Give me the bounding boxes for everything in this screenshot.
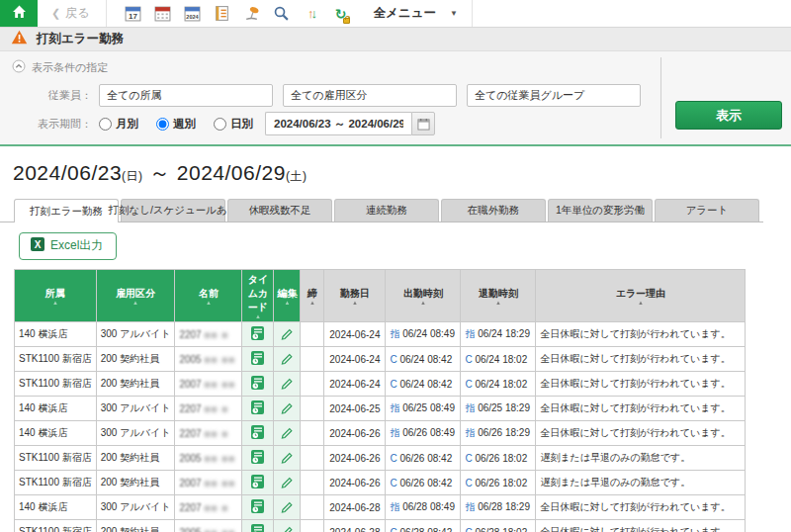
tab-1[interactable]: 打刻なし/スケジュールあり [121, 199, 225, 222]
employee-id: 2207 [179, 502, 201, 513]
edit-pencil-icon[interactable] [278, 376, 296, 390]
department-input[interactable] [99, 84, 273, 107]
yearly-calendar-icon[interactable]: 2024 [180, 2, 206, 26]
employee-name-redacted: ●● ● [204, 428, 228, 439]
column-header-9[interactable]: エラー理由▲ [536, 270, 746, 322]
timecard-icon[interactable] [246, 474, 269, 489]
cell-clock-in: 指 06/25 08:49 [386, 397, 461, 421]
edit-pencil-icon[interactable] [278, 499, 296, 513]
page-title-bar: 打刻エラー勤務 [0, 28, 791, 51]
back-label: 戻る [65, 5, 89, 22]
radio-daily-input[interactable] [214, 118, 226, 131]
radio-monthly[interactable]: 月別 [99, 117, 138, 132]
transfer-arrows-icon[interactable]: ↑↓ [299, 2, 324, 26]
column-header-2[interactable]: 名前▲ [175, 270, 242, 322]
notes-icon[interactable] [210, 2, 235, 26]
heading-start-dow: (日) [122, 169, 143, 183]
table-row: STK1100 新宿店200 契約社員2005 ●● ●●2024-06-26C… [15, 446, 746, 471]
cell-edit [274, 372, 301, 397]
edit-pencil-icon[interactable] [278, 425, 296, 439]
cell-error-reason: 全日休暇に対して打刻が行われています。 [536, 421, 746, 446]
cell-error-reason: 全日休暇に対して打刻が行われています。 [536, 372, 746, 397]
table-row: 140 横浜店300 アルバイト2207 ●● ●2024-06-28指 06/… [15, 495, 746, 520]
cell-department: 140 横浜店 [15, 421, 97, 446]
timecard-icon[interactable] [246, 350, 269, 366]
radio-monthly-input[interactable] [99, 118, 112, 131]
timecard-icon[interactable] [246, 325, 269, 341]
cell-employee-name: 2005 ●● ●● [175, 520, 242, 532]
excel-export-button[interactable]: X Excel出力 [19, 232, 117, 260]
edit-pencil-icon[interactable] [278, 524, 296, 532]
radio-daily[interactable]: 日別 [214, 117, 253, 132]
radio-weekly[interactable]: 週別 [156, 117, 196, 132]
sort-icon: ▲ [244, 314, 271, 319]
cell-clock-in: 指 06/24 08:49 [386, 322, 461, 347]
column-header-6[interactable]: 勤務日▲ [324, 270, 386, 322]
search-icon[interactable] [269, 2, 295, 26]
filter-divider [660, 57, 661, 138]
column-header-5[interactable]: 締▲ [301, 270, 324, 322]
all-menu-button[interactable]: 全メニュー ▼ [360, 0, 473, 27]
condition-toggle[interactable]: 表示条件の指定 [0, 56, 791, 79]
heading-separator: ～ [143, 161, 177, 184]
column-label: 勤務日 [340, 288, 370, 299]
timecard-icon[interactable] [246, 498, 269, 514]
svg-text:2024: 2024 [186, 14, 199, 20]
clock-in-type: 指 [390, 328, 399, 339]
sort-icon: ▲ [388, 301, 458, 306]
edit-pencil-icon[interactable] [278, 475, 296, 488]
tab-6[interactable]: アラート [655, 199, 759, 222]
clock-out-type: C [465, 527, 472, 532]
employment-type-input[interactable] [283, 84, 457, 107]
edit-pencil-icon[interactable] [278, 400, 296, 414]
cell-timecard [242, 446, 274, 471]
cell-employment-type: 200 契約社員 [96, 347, 175, 372]
employee-name-redacted: ●● ●● [204, 478, 235, 488]
edit-pencil-icon[interactable] [278, 450, 296, 464]
page-title: 打刻エラー勤務 [37, 31, 124, 47]
timecard-icon[interactable] [246, 399, 269, 415]
home-button[interactable] [0, 0, 38, 27]
back-button[interactable]: ❮ 戻る [38, 0, 107, 27]
column-header-7[interactable]: 出勤時刻▲ [386, 270, 461, 322]
tab-3[interactable]: 連続勤務 [334, 199, 439, 222]
tab-0[interactable]: 打刻エラー勤務 [14, 199, 119, 222]
cell-edit [274, 495, 301, 520]
tab-5[interactable]: 1年単位の変形労働 [548, 199, 653, 222]
show-button[interactable]: 表示 [675, 101, 782, 130]
timecard-icon[interactable] [246, 449, 269, 465]
cell-employee-name: 2207 ●● ● [175, 421, 242, 446]
employee-id: 2007 [179, 379, 201, 390]
sort-icon: ▲ [463, 301, 533, 306]
cell-clock-in: C 06/28 08:42 [386, 520, 461, 532]
tab-2[interactable]: 休暇残数不足 [227, 199, 332, 222]
column-header-1[interactable]: 雇用区分▲ [96, 270, 175, 322]
table-row: STK1100 新宿店200 契約社員2007 ●● ●●2024-06-24C… [15, 372, 746, 397]
edit-pencil-icon[interactable] [278, 326, 296, 340]
column-header-0[interactable]: 所属▲ [15, 270, 97, 322]
column-header-8[interactable]: 退勤時刻▲ [461, 270, 536, 322]
cell-clock-out: C 06/26 18:02 [461, 471, 536, 495]
employee-group-input[interactable] [467, 84, 641, 107]
edit-pencil-icon[interactable] [278, 351, 296, 365]
column-header-3[interactable]: タイムカード▲ [242, 270, 274, 322]
daily-calendar-icon[interactable]: 17 [121, 2, 146, 26]
cell-closing [301, 397, 324, 421]
timecard-icon[interactable] [246, 523, 269, 532]
cell-error-reason: 遅刻または早退のみの勤怠です。 [536, 446, 746, 471]
date-range-input[interactable] [265, 112, 411, 135]
sync-lock-icon[interactable]: ↻ [328, 2, 354, 26]
column-header-4[interactable]: 編集▲ [274, 270, 301, 322]
column-label: 名前 [199, 288, 219, 299]
tab-4[interactable]: 在職外勤務 [441, 199, 546, 222]
timecard-icon[interactable] [246, 424, 269, 440]
timecard-icon[interactable] [246, 375, 269, 391]
radio-weekly-input[interactable] [156, 118, 169, 131]
cell-closing [301, 347, 324, 372]
lamp-icon[interactable] [239, 2, 265, 26]
sort-icon: ▲ [538, 301, 743, 306]
monthly-calendar-icon[interactable] [150, 2, 176, 26]
clock-out-type: 指 [465, 402, 475, 413]
calendar-picker-button[interactable] [411, 112, 435, 135]
date-range-heading: 2024/06/23(日) ～ 2024/06/29(土) [0, 146, 791, 199]
